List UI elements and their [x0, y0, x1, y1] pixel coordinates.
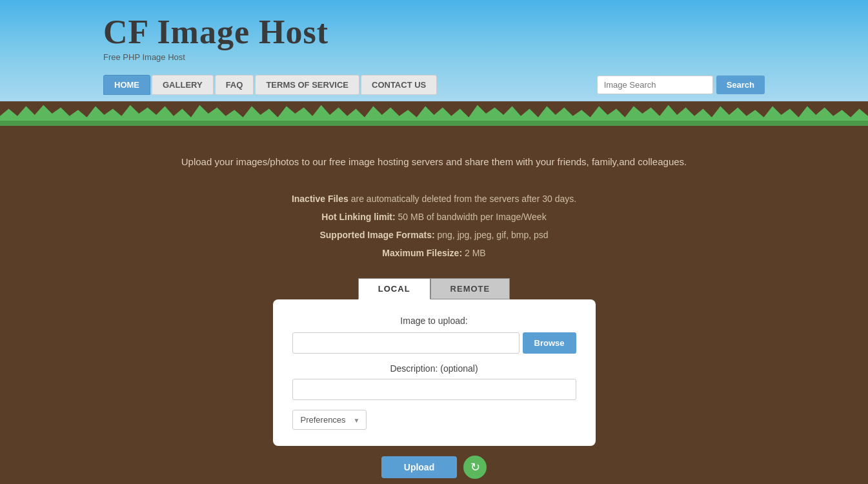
nav-links: HOME GALLERY FAQ TERMS OF SERVICE CONTAC… [103, 75, 597, 95]
preferences-row: Preferences Option 1 Option 2 [292, 410, 576, 430]
main-content: Upload your images/photos to our free im… [0, 130, 868, 484]
info-filesize: Maximum Filesize: 2 MB [13, 244, 855, 262]
header-area: CF Image Host Free PHP Image Host HOME G… [0, 0, 868, 101]
site-subtitle: Free PHP Image Host [103, 52, 868, 62]
nav-item-contact[interactable]: CONTACT US [361, 75, 437, 95]
upload-section: LOCAL REMOTE Image to upload: Browse Des… [267, 278, 602, 479]
upload-action-row: Upload ↻ [267, 456, 602, 479]
browse-button[interactable]: Browse [523, 332, 576, 354]
info-section: Inactive Files are automatically deleted… [13, 190, 855, 262]
info-filesize-rest: 2 MB [462, 248, 486, 258]
upload-card: Image to upload: Browse Description: (op… [273, 299, 596, 446]
info-filesize-bold: Maximum Filesize: [382, 248, 462, 258]
site-title: CF Image Host [103, 13, 868, 51]
upload-button[interactable]: Upload [381, 456, 457, 478]
search-button[interactable]: Search [716, 76, 765, 94]
nav-item-home[interactable]: HOME [103, 75, 150, 95]
tagline: Upload your images/photos to our free im… [13, 150, 855, 174]
preferences-wrapper: Preferences Option 1 Option 2 [292, 410, 367, 430]
info-formats-bold: Supported Image Formats: [319, 230, 434, 240]
info-inactive: Inactive Files are automatically deleted… [13, 190, 855, 208]
search-input[interactable] [597, 76, 713, 94]
description-label: Description: (optional) [292, 363, 576, 374]
info-hotlink: Hot Linking limit: 50 MB of bandwidth pe… [13, 208, 855, 226]
file-input-row: Browse [292, 332, 576, 354]
info-formats-rest: png, jpg, jpeg, gif, bmp, psd [435, 230, 549, 240]
tab-remote[interactable]: REMOTE [430, 278, 510, 299]
info-inactive-rest: are automatically deleted from the serve… [348, 194, 576, 204]
grass-decoration [0, 101, 868, 130]
nav-item-gallery[interactable]: GALLERY [152, 75, 214, 95]
info-formats: Supported Image Formats: png, jpg, jpeg,… [13, 226, 855, 244]
nav-bar: HOME GALLERY FAQ TERMS OF SERVICE CONTAC… [0, 68, 868, 101]
site-branding: CF Image Host Free PHP Image Host [0, 13, 868, 62]
refresh-icon: ↻ [470, 460, 480, 474]
nav-item-tos[interactable]: TERMS OF SERVICE [255, 75, 359, 95]
file-input[interactable] [292, 332, 520, 354]
preferences-select[interactable]: Preferences Option 1 Option 2 [292, 410, 367, 430]
info-hotlink-bold: Hot Linking limit: [321, 212, 395, 222]
description-input[interactable] [292, 379, 576, 400]
upload-image-label: Image to upload: [292, 316, 576, 326]
search-area: Search [597, 76, 765, 94]
info-hotlink-rest: 50 MB of bandwidth per Image/Week [396, 212, 547, 222]
info-inactive-bold: Inactive Files [292, 194, 348, 204]
tab-local[interactable]: LOCAL [358, 278, 430, 299]
green-action-button[interactable]: ↻ [463, 456, 487, 479]
tab-bar: LOCAL REMOTE [267, 278, 602, 299]
nav-item-faq[interactable]: FAQ [215, 75, 254, 95]
